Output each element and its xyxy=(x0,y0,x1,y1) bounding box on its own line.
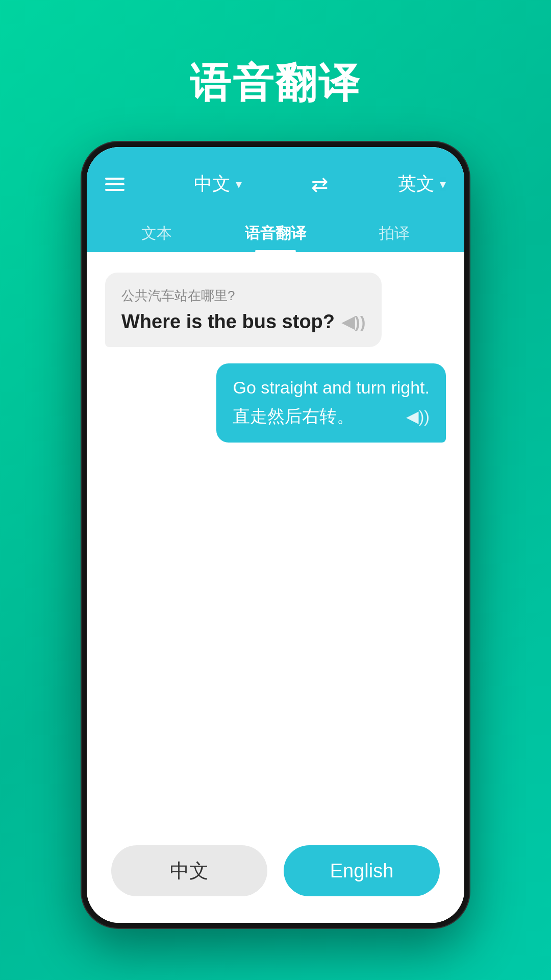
message-english-text: Go straight and turn right. xyxy=(233,378,430,398)
tab-text[interactable]: 文本 xyxy=(131,215,182,252)
speak-chinese-button[interactable]: 中文 xyxy=(111,845,267,896)
target-lang-chevron: ▾ xyxy=(440,177,446,191)
source-lang-label: 中文 xyxy=(194,172,231,197)
message-bubble-left: 公共汽车站在哪里? Where is the bus stop? ◀)) xyxy=(105,273,382,347)
bottom-bar: 中文 English xyxy=(87,831,464,923)
message-chinese-text: 直走然后右转。 ◀)) xyxy=(233,405,430,428)
message-translation-text: Where is the bus stop? ◀)) xyxy=(121,311,365,333)
swap-languages-button[interactable]: ⇄ xyxy=(311,173,329,196)
target-lang-label: 英文 xyxy=(398,172,435,197)
message-bubble-right: Go straight and turn right. 直走然后右转。 ◀)) xyxy=(216,363,446,443)
header-top: 中文 ▾ ⇄ 英文 ▾ xyxy=(105,172,446,197)
page-title: 语音翻译 xyxy=(190,56,361,111)
message-original-text: 公共汽车站在哪里? xyxy=(121,287,365,305)
chat-area: 公共汽车站在哪里? Where is the bus stop? ◀)) Go … xyxy=(87,252,464,831)
tab-bar: 文本 语音翻译 拍译 xyxy=(105,215,446,252)
source-lang-chevron: ▾ xyxy=(236,177,242,191)
play-audio-icon-right[interactable]: ◀)) xyxy=(406,407,430,426)
speak-english-button[interactable]: English xyxy=(284,845,440,896)
phone-screen: 中文 ▾ ⇄ 英文 ▾ 文本 语音翻译 xyxy=(87,147,464,923)
menu-icon[interactable] xyxy=(105,178,124,191)
target-lang-selector[interactable]: 英文 ▾ xyxy=(398,172,446,197)
play-audio-icon[interactable]: ◀)) xyxy=(342,312,365,332)
tab-voice-translate[interactable]: 语音翻译 xyxy=(235,215,316,252)
tab-photo-translate[interactable]: 拍译 xyxy=(369,215,420,252)
phone-shell: 中文 ▾ ⇄ 英文 ▾ 文本 语音翻译 xyxy=(82,142,469,928)
app-header: 中文 ▾ ⇄ 英文 ▾ 文本 语音翻译 xyxy=(87,147,464,252)
source-lang-selector[interactable]: 中文 ▾ xyxy=(194,172,242,197)
